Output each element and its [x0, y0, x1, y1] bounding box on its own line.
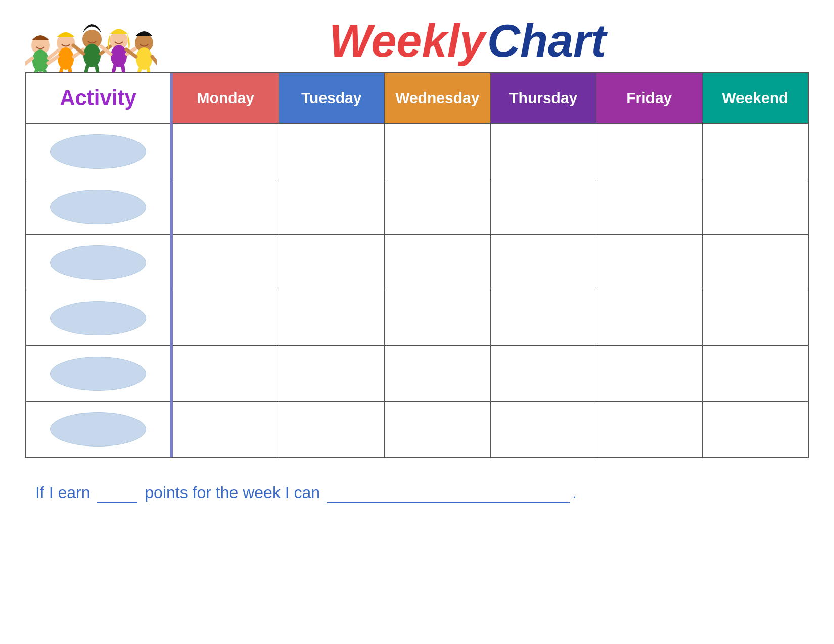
friday-cell-2[interactable] — [596, 179, 702, 235]
monday-column: Monday — [173, 73, 279, 457]
activity-oval-2 — [50, 190, 146, 224]
weekend-cell-6[interactable] — [703, 402, 808, 457]
friday-cell-3[interactable] — [596, 235, 702, 290]
friday-header: Friday — [596, 73, 702, 124]
bottom-blank-reward[interactable] — [327, 483, 570, 503]
thursday-label: Thursday — [509, 89, 577, 107]
bottom-blank-points[interactable] — [97, 483, 137, 503]
tuesday-cell-2[interactable] — [279, 179, 385, 235]
wednesday-cell-2[interactable] — [385, 179, 490, 235]
page-container: Weekly Chart Activity — [0, 0, 834, 644]
activity-row-5 — [26, 346, 170, 402]
bottom-middle: points for the week I can — [145, 483, 320, 502]
monday-cell-4[interactable] — [173, 290, 279, 346]
activity-header: Activity — [26, 73, 170, 124]
weekend-cell-1[interactable] — [703, 124, 808, 179]
friday-column: Friday — [596, 73, 703, 457]
title-weekly: Weekly — [329, 16, 485, 66]
wednesday-column: Wednesday — [385, 73, 491, 457]
monday-header: Monday — [173, 73, 279, 124]
thursday-cell-5[interactable] — [491, 346, 596, 402]
monday-cell-3[interactable] — [173, 235, 279, 290]
thursday-header: Thursday — [491, 73, 596, 124]
friday-cell-6[interactable] — [596, 402, 702, 457]
wednesday-cell-3[interactable] — [385, 235, 490, 290]
chart-table: Activity — [25, 72, 809, 458]
bottom-prefix: If I earn — [35, 483, 90, 502]
wednesday-label: Wednesday — [395, 89, 479, 107]
tuesday-cell-5[interactable] — [279, 346, 385, 402]
svg-point-17 — [83, 44, 101, 67]
activity-column: Activity — [26, 73, 173, 457]
wednesday-cell-5[interactable] — [385, 346, 490, 402]
activity-row-4 — [26, 290, 170, 346]
thursday-cell-2[interactable] — [491, 179, 596, 235]
monday-cell-5[interactable] — [173, 346, 279, 402]
weekend-cell-2[interactable] — [703, 179, 808, 235]
tuesday-header: Tuesday — [279, 73, 385, 124]
activity-row-3 — [26, 235, 170, 290]
activity-oval-3 — [50, 245, 146, 280]
activity-oval-1 — [50, 134, 146, 169]
tuesday-cell-4[interactable] — [279, 290, 385, 346]
wednesday-cell-4[interactable] — [385, 290, 490, 346]
activity-row-2 — [26, 179, 170, 235]
chart-wrapper: Activity — [25, 72, 809, 458]
activity-oval-6 — [50, 412, 146, 447]
days-area: Monday Tuesday — [173, 73, 808, 457]
wednesday-cell-6[interactable] — [385, 402, 490, 457]
friday-cell-4[interactable] — [596, 290, 702, 346]
monday-cell-1[interactable] — [173, 124, 279, 179]
wednesday-header: Wednesday — [385, 73, 490, 124]
weekend-column: Weekend — [703, 73, 808, 457]
weekend-label: Weekend — [722, 89, 788, 107]
bottom-period: . — [572, 483, 577, 502]
activity-oval-5 — [50, 357, 146, 391]
friday-label: Friday — [626, 89, 672, 107]
weekend-header: Weekend — [703, 73, 808, 124]
bottom-text: If I earn points for the week I can . — [25, 483, 809, 503]
svg-point-1 — [32, 49, 49, 72]
weekend-cell-4[interactable] — [703, 290, 808, 346]
thursday-column: Thursday — [491, 73, 597, 457]
monday-cell-6[interactable] — [173, 402, 279, 457]
tuesday-cell-6[interactable] — [279, 402, 385, 457]
monday-label: Monday — [197, 89, 254, 107]
friday-cell-1[interactable] — [596, 124, 702, 179]
thursday-cell-6[interactable] — [491, 402, 596, 457]
tuesday-cell-3[interactable] — [279, 235, 385, 290]
tuesday-label: Tuesday — [301, 89, 362, 107]
friday-cell-5[interactable] — [596, 346, 702, 402]
title-chart: Chart — [487, 16, 606, 66]
svg-point-9 — [58, 47, 74, 70]
svg-point-33 — [136, 47, 152, 70]
thursday-cell-1[interactable] — [491, 124, 596, 179]
thursday-cell-4[interactable] — [491, 290, 596, 346]
activity-oval-4 — [50, 301, 146, 335]
activity-row-6 — [26, 402, 170, 457]
svg-point-25 — [111, 45, 127, 67]
tuesday-cell-1[interactable] — [279, 124, 385, 179]
wednesday-cell-1[interactable] — [385, 124, 490, 179]
activity-label: Activity — [60, 86, 136, 110]
tuesday-column: Tuesday — [279, 73, 385, 457]
activity-row-1 — [26, 124, 170, 179]
thursday-cell-3[interactable] — [491, 235, 596, 290]
weekend-cell-5[interactable] — [703, 346, 808, 402]
svg-line-2 — [25, 58, 32, 66]
svg-line-35 — [152, 57, 157, 66]
monday-cell-2[interactable] — [173, 179, 279, 235]
weekend-cell-3[interactable] — [703, 235, 808, 290]
